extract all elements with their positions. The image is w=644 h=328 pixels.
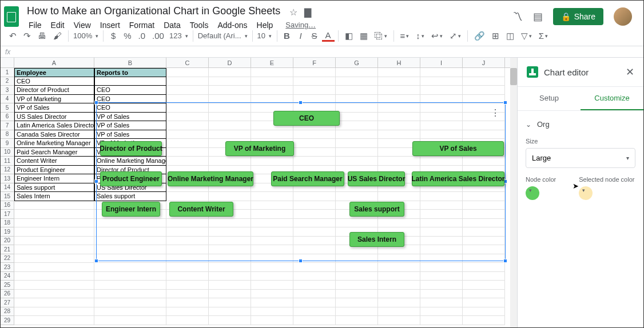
cell[interactable] [293,272,336,281]
cell[interactable] [336,281,378,290]
cell[interactable]: Latin America Sales Director [14,121,94,130]
row-header[interactable]: 10 [1,148,14,157]
row-header[interactable]: 26 [1,290,14,299]
cell[interactable] [463,77,505,86]
cell[interactable] [293,281,336,290]
row-header[interactable]: 7 [1,121,14,130]
cell[interactable] [166,263,209,272]
cell[interactable] [420,307,463,317]
cell[interactable] [463,86,505,95]
print-button[interactable]: 🖶 [35,29,49,43]
italic-button[interactable]: I [295,29,307,43]
row-header[interactable]: 22 [1,254,14,263]
spreadsheet-area[interactable]: A B C D E F G H I J 1EmployeeReports to2… [1,58,517,328]
cell[interactable] [209,263,251,272]
strikethrough-button[interactable]: S [308,29,321,43]
row-header[interactable]: 6 [1,113,14,122]
row-header[interactable]: 3 [1,86,14,95]
org-node[interactable]: Online Marketing Manager [168,171,253,186]
cell[interactable]: Sales support [14,183,94,193]
cell[interactable] [420,77,463,86]
cell[interactable] [94,307,166,317]
row-header[interactable]: 2 [1,77,14,86]
decrease-decimal-button[interactable]: .0 [136,29,149,43]
col-header-i[interactable]: I [420,58,463,67]
row-header[interactable]: 16 [1,201,14,210]
cell[interactable] [420,86,463,95]
col-header-a[interactable]: A [14,58,94,67]
row-header[interactable]: 5 [1,103,14,113]
cell[interactable] [420,290,463,299]
row-header[interactable]: 29 [1,316,14,325]
cell[interactable] [463,281,505,290]
font-select[interactable]: Default (Ari... [197,30,249,42]
cell[interactable] [463,290,505,299]
cell[interactable] [94,77,166,86]
menu-view[interactable]: View [70,19,95,31]
cell[interactable] [293,77,336,86]
comment-button[interactable]: ⊞ [489,29,502,43]
org-node[interactable]: Latin America Sales Director [412,171,504,186]
cell[interactable] [420,272,463,281]
org-node[interactable]: VP of Sales [412,141,504,156]
cell[interactable] [166,316,209,325]
cell[interactable]: CEO [94,86,166,95]
cell[interactable] [94,298,166,307]
row-header[interactable]: 11 [1,157,14,166]
cell[interactable] [251,298,293,307]
cell[interactable] [293,86,336,95]
folder-icon[interactable]: ▇ [304,7,311,17]
row-header[interactable]: 12 [1,166,14,175]
cell[interactable] [14,219,94,228]
cell[interactable] [14,290,94,299]
halign-button[interactable]: ≡ [397,29,412,43]
cell[interactable] [293,298,336,307]
cell[interactable] [14,254,94,263]
cell[interactable] [94,316,166,325]
row-header[interactable]: 23 [1,263,14,272]
zoom-select[interactable]: 100% [72,30,100,42]
cell[interactable] [378,316,420,325]
cell[interactable] [251,307,293,317]
close-icon[interactable]: ✕ [626,66,634,78]
merge-button[interactable]: ⿻ [372,29,390,43]
cell[interactable] [336,290,378,299]
cell[interactable] [14,307,94,317]
cell[interactable] [14,210,94,219]
cell[interactable] [336,298,378,307]
cell[interactable] [209,290,251,299]
cell[interactable] [378,281,420,290]
cell[interactable] [209,77,251,86]
filter-button[interactable]: ▽ [518,29,535,43]
cell[interactable]: Sales Intern [14,192,94,201]
cell[interactable] [166,307,209,317]
font-size-select[interactable]: 10 [256,30,273,42]
cell[interactable] [94,263,166,272]
size-select[interactable]: Large ▾ [526,148,635,168]
cell[interactable]: Online Marketing Manager [14,139,94,148]
section-org-header[interactable]: ⌄ Org [526,118,635,134]
cell[interactable]: US Sales Director [14,113,94,122]
cell[interactable] [209,298,251,307]
cell[interactable] [251,316,293,325]
row-header[interactable]: 25 [1,281,14,290]
cell[interactable] [336,86,378,95]
cell[interactable] [293,68,336,77]
org-node[interactable]: Engineer Intern [102,202,160,217]
number-format-select[interactable]: 123 [168,30,189,42]
cell[interactable]: Canada Sales Director [14,130,94,139]
increase-decimal-button[interactable]: .00 [149,29,167,43]
menu-help[interactable]: Help [253,19,277,31]
cell[interactable] [293,307,336,317]
cell[interactable] [14,237,94,246]
cell[interactable] [251,68,293,77]
cell[interactable] [251,272,293,281]
org-node[interactable]: Paid Search Manager [271,171,344,186]
org-node[interactable]: Sales Intern [349,232,404,247]
col-header-j[interactable]: J [463,58,505,67]
cell[interactable] [336,316,378,325]
redo-button[interactable]: ↷ [21,29,34,43]
row-header[interactable]: 8 [1,130,14,139]
cell[interactable]: CEO [14,77,94,86]
row-header[interactable]: 18 [1,219,14,228]
